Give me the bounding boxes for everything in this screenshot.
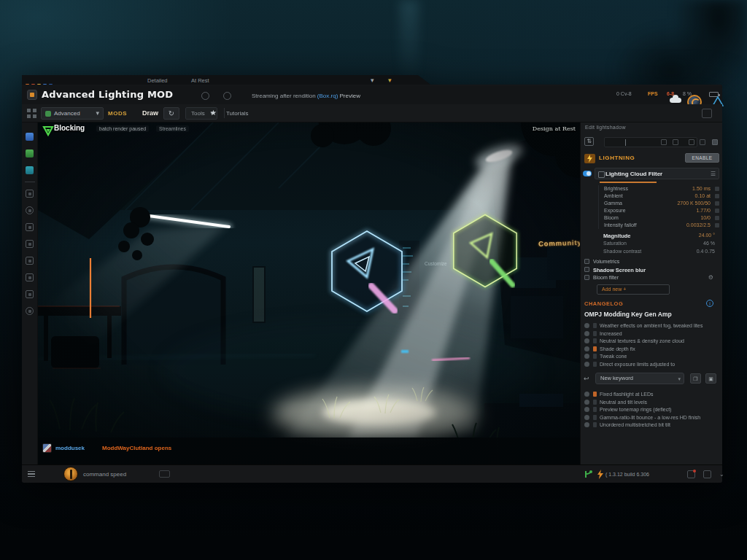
- chat-username[interactable]: moddusek: [55, 445, 85, 451]
- changelog-item[interactable]: Neutral textures & density zone cloud: [584, 338, 721, 346]
- property-row[interactable]: Ambient0.10 at: [599, 192, 721, 200]
- refresh-button[interactable]: ↻: [163, 107, 179, 120]
- mods-label[interactable]: MODS: [108, 110, 127, 117]
- tab-at-rest[interactable]: At Rest: [191, 77, 209, 84]
- changelog-item[interactable]: Unordered multistretched bit tilt: [584, 421, 721, 429]
- chevron-down-icon[interactable]: ▾: [371, 77, 374, 84]
- doc-icon[interactable]: [703, 470, 711, 478]
- rail-gear-icon[interactable]: [26, 190, 34, 198]
- prop-value: 2700 K 500/50: [677, 201, 711, 206]
- extra-row[interactable]: Magnitude24.00 °: [598, 232, 721, 240]
- prop-icon[interactable]: [715, 216, 719, 220]
- rail-layers-icon[interactable]: [26, 257, 34, 265]
- file-icon: [593, 400, 597, 405]
- toggle-label: Volumetrics: [593, 259, 619, 264]
- rail-misc-icon[interactable]: [26, 307, 34, 315]
- property-row[interactable]: Bloom10/0: [599, 214, 721, 222]
- menu-lines-icon[interactable]: [28, 471, 35, 477]
- swap-icon[interactable]: ⇅: [584, 137, 594, 146]
- property-row[interactable]: Exposure1.77/0: [599, 207, 721, 214]
- tool-icon-2[interactable]: [673, 139, 678, 145]
- crumb-link[interactable]: (Box.rq): [317, 93, 338, 99]
- prop-icon[interactable]: [715, 201, 719, 206]
- toggle-row[interactable]: Volumetrics: [584, 258, 721, 266]
- changelog-item[interactable]: Weather effects on ambient fog, tweaked …: [584, 322, 721, 330]
- extra-label: Shadow contrast: [603, 249, 641, 254]
- viewport[interactable]: Customize: [38, 122, 580, 464]
- brand-note-2: Streamlines: [156, 125, 189, 132]
- prop-icon[interactable]: [715, 187, 719, 191]
- radio: [584, 400, 589, 405]
- extra-row[interactable]: Shadow contrast0.4 0.75: [598, 248, 721, 256]
- branch-icon[interactable]: [584, 470, 594, 479]
- menu-icon[interactable]: ☰: [711, 171, 716, 177]
- rail-globe-icon[interactable]: [26, 206, 34, 214]
- changelog-item[interactable]: Shade depth fix: [584, 346, 721, 354]
- changelog-item[interactable]: Increased: [584, 330, 721, 338]
- apps-icon[interactable]: [687, 470, 695, 478]
- prop-icon[interactable]: [715, 223, 719, 228]
- tool-icon-active[interactable]: [712, 139, 718, 145]
- info-icon[interactable]: [223, 92, 231, 100]
- rail-grid-icon[interactable]: [26, 166, 34, 174]
- rail-shield-icon[interactable]: [26, 223, 34, 231]
- rail-columns-icon[interactable]: [26, 273, 34, 281]
- checkbox[interactable]: [584, 259, 589, 264]
- rail-assets-icon[interactable]: [26, 149, 34, 158]
- changelog-item[interactable]: Direct exposure limits adjusted to: [584, 361, 721, 369]
- layout-icon[interactable]: [702, 109, 712, 118]
- changelog-item[interactable]: Gamma-ratio-lit bounce - a low-res HD fi…: [584, 414, 721, 422]
- add-new-button[interactable]: Add new +: [597, 284, 670, 295]
- toggle-row[interactable]: Bloom filter⚙: [584, 274, 721, 282]
- toggle-row[interactable]: Shadow Screen blur: [584, 266, 721, 274]
- chevron-down-icon-2[interactable]: ▾: [388, 77, 392, 84]
- grid-view-icon[interactable]: [27, 109, 36, 118]
- attach-button[interactable]: ❐: [690, 373, 701, 384]
- rail-divider: [25, 182, 35, 182]
- mute-icon[interactable]: [201, 92, 209, 100]
- draw-button[interactable]: Draw: [142, 109, 158, 117]
- tool-icon-1[interactable]: [661, 139, 667, 145]
- panel-search-input[interactable]: [604, 137, 697, 147]
- file-icon: [593, 407, 597, 412]
- rail-user-icon[interactable]: [26, 133, 34, 141]
- crumb-preview[interactable]: Preview: [340, 93, 360, 99]
- tool-icon-3[interactable]: [689, 139, 694, 145]
- keyword-input[interactable]: New keyword▾: [595, 373, 684, 384]
- prop-icon[interactable]: [715, 209, 719, 213]
- advanced-dropdown[interactable]: Advanced▾: [41, 107, 104, 120]
- extra-row[interactable]: Saturation46 %: [598, 240, 721, 248]
- checkbox[interactable]: [584, 275, 589, 280]
- property-row[interactable]: Intensity falloff0.0032/2.5: [599, 222, 721, 229]
- changelog-info-icon[interactable]: i: [706, 300, 713, 307]
- changelog-item[interactable]: Fixed flashlight at LEDs: [584, 391, 721, 399]
- changelog-item[interactable]: Preview tonemap rings (deflect): [584, 406, 721, 414]
- chat-line: moddusek ModdWayClutland opens: [42, 443, 334, 454]
- tutorials-button[interactable]: Tutorials: [226, 110, 248, 117]
- gear-icon[interactable]: ⚙: [708, 274, 713, 281]
- tab-detailed[interactable]: Detailed: [147, 77, 168, 84]
- app-icon[interactable]: [27, 90, 37, 100]
- tool-icon-4[interactable]: [700, 139, 705, 145]
- cloud-icon[interactable]: [670, 98, 681, 103]
- enable-button[interactable]: ENABLE: [685, 153, 719, 163]
- command-label[interactable]: command speed: [83, 471, 126, 478]
- prop-icon[interactable]: [715, 194, 719, 198]
- radio: [584, 338, 589, 343]
- rail-box-icon[interactable]: [26, 240, 34, 248]
- collapse-icon[interactable]: ⌄: [719, 471, 724, 478]
- property-row[interactable]: Gamma2700 K 500/50: [599, 200, 721, 207]
- chat-avatar[interactable]: [42, 443, 52, 453]
- filter-box[interactable]: Lighting Cloud Filter ☰: [595, 168, 719, 179]
- panel-toolbar: ⇅: [581, 134, 723, 150]
- bottom-avatar[interactable]: [63, 467, 78, 481]
- changelog-item[interactable]: Neutral and tilt levels: [584, 399, 721, 407]
- copy-button[interactable]: ▣: [705, 373, 716, 384]
- changelog-item[interactable]: Tweak cone: [584, 353, 721, 361]
- bolt-icon[interactable]: [597, 470, 604, 479]
- checkbox[interactable]: [584, 267, 589, 272]
- property-row[interactable]: Brightness1.50 ms: [599, 185, 721, 192]
- rail-square-icon[interactable]: [26, 290, 34, 298]
- star-icon[interactable]: ★: [210, 109, 217, 117]
- filter-toggle[interactable]: [583, 171, 592, 176]
